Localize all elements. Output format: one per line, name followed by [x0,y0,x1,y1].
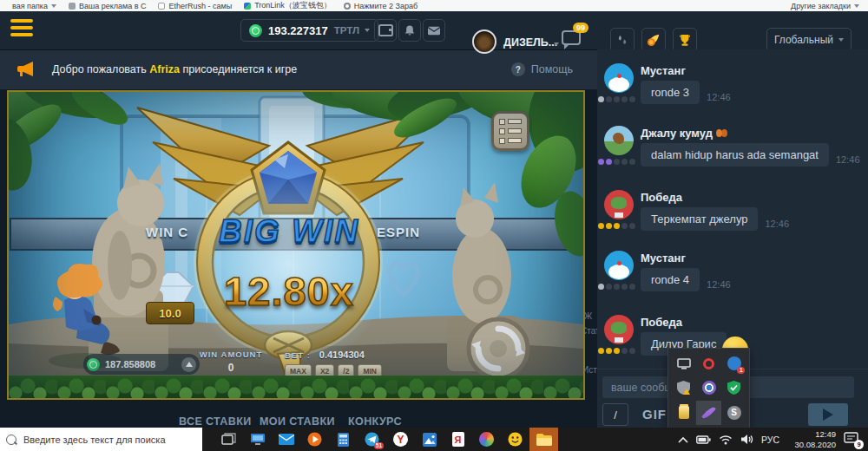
balance-value: 193.227317 [268,24,328,37]
bookmark-label: вая папка [12,2,48,10]
tray-skype-app[interactable]: S [721,401,746,425]
avatar[interactable] [604,126,634,155]
gif-button[interactable]: GIF [642,407,667,422]
taskbar-media-app[interactable] [300,428,329,451]
chat-username: Мустанг [641,64,686,77]
tray-opera-app[interactable] [696,351,721,376]
bookmark-item[interactable]: TronLink（波宝钱包） [244,0,332,11]
bookmark-favicon [69,3,76,10]
tray-antivirus-app[interactable] [721,376,746,400]
chat-channel-select[interactable]: Глобальный [766,28,852,52]
tray-feather-app[interactable] [696,401,721,425]
chevron-down-icon [838,38,844,42]
notification-badge: 1 [737,367,745,374]
messages-button[interactable] [423,19,445,42]
balance-selector[interactable]: 193.227317 ТРТЛ [240,19,378,42]
speaker-icon[interactable] [740,434,753,445]
bet-value: 0.4194304 [319,350,365,360]
game-menu-button[interactable] [491,111,529,151]
taskbar-file-explorer-app[interactable] [529,428,558,451]
wifi-icon[interactable] [719,435,733,445]
tray-defender-app[interactable] [671,376,696,400]
bookmark-item[interactable]: Ваша реклама в С [69,2,147,10]
other-bookmarks-button[interactable]: Другие закладки [791,2,859,10]
system-tray: РУС 12:49 30.08.2020 9 [678,428,868,451]
chevron-down-icon [51,4,56,8]
page-text-fragment: Ж [584,311,592,321]
notifications-button[interactable] [398,19,421,42]
bookmark-item[interactable]: EtherRush - самы [158,2,232,10]
task-view-button[interactable] [214,428,243,451]
notification-badge: 9 [854,440,864,449]
bell-icon [404,24,416,36]
chat-username: Победа [641,316,682,329]
help-button[interactable]: ? Помощь [511,62,573,76]
avatar[interactable] [604,63,634,93]
tray-display-app[interactable] [671,351,696,376]
taskbar-search-box[interactable]: Введите здесь текст для поиска [0,428,202,451]
taskbar-mail-app[interactable] [272,428,300,451]
menu-hamburger-button[interactable] [10,19,33,40]
tab-all-bets[interactable]: ВСЕ СТАВКИ [179,415,252,428]
tray-gold-app[interactable] [671,401,696,425]
bookmark-label: Ваша реклама в С [79,2,147,10]
avatar[interactable] [472,29,496,54]
taskbar-clock[interactable]: 12:49 30.08.2020 [787,429,836,450]
bet-label: BET : [285,350,311,360]
taskbar-photos-app[interactable] [415,428,444,451]
username[interactable]: ДИЗЕЛЬ... [503,36,557,49]
user-medals [598,96,635,102]
chat-message-text: ronde 4 [641,268,700,291]
search-placeholder-text: Введите здесь текст для поиска [23,435,166,445]
taskbar-calculator-app[interactable] [329,428,358,451]
send-message-button[interactable] [808,403,848,426]
game-balance-value: 187.858808 [105,359,155,369]
avatar[interactable] [604,190,634,219]
tray-browser-app[interactable]: 1 [721,351,746,376]
taskbar-telegram-app[interactable]: 51 [358,428,386,451]
chat-message-text: dalam hidup harus ada semangat [641,143,829,167]
media-player-icon [702,381,716,395]
keyboard-language[interactable]: РУС [761,435,779,445]
battery-icon[interactable] [696,435,711,444]
bookmark-favicon [158,3,165,10]
bookmark-item[interactable]: вая папка [12,2,56,10]
fireball-events-button[interactable] [641,28,666,52]
bookmark-item[interactable]: Нажмите 2 Зараб [344,2,418,10]
tournament-button[interactable] [673,28,697,52]
taskbar-emoji-app[interactable] [501,428,529,451]
clock-date: 30.08.2020 [787,440,836,450]
tab-my-bets[interactable]: МОИ СТАВКИ [260,415,335,428]
avatar[interactable] [604,251,634,280]
wallet-icon [378,24,393,36]
chat-unread-badge: 99 [573,23,589,33]
taskbar-yandex-browser-app[interactable]: Я [444,428,472,451]
shield-warning-icon [677,381,690,395]
chat-toggle-button[interactable] [562,30,582,48]
wallet-button[interactable] [374,19,397,42]
tab-contest[interactable]: КОНКУРС [348,415,402,428]
big-win-title: BIG WIN [175,213,403,250]
bookmark-label: TronLink（波宝钱包） [254,0,332,11]
yandex-icon: Y [393,432,408,447]
avatar[interactable] [604,315,634,344]
rain-events-button[interactable] [610,28,635,52]
bookmark-label: EtherRush - самы [168,2,232,10]
bookmark-favicon [244,3,251,10]
chevron-up-icon[interactable] [678,436,688,443]
slot-game-frame[interactable]: WIN C ESPIN BIG WIN 12.80x 10.0 187.8588… [7,90,585,400]
taskbar-yandex-app[interactable]: Y [386,428,415,451]
notification-badge: 51 [374,442,384,449]
trophy-icon [678,34,692,47]
tray-media-app[interactable] [696,376,721,400]
taskbar-paint-app[interactable] [472,428,501,451]
win-amount-value: 0 [179,362,283,374]
chat-command-button[interactable]: / [602,403,628,426]
bet-panel: BET : 0.4194304 MAX X2 /2 MIN [285,350,399,378]
action-center-button[interactable]: 9 [844,432,861,448]
chat-message-time: 12:46 [765,219,789,229]
chevron-down-icon [365,29,370,32]
butterfly-emoji [716,129,722,137]
taskbar-pc-app[interactable] [243,428,272,451]
paint-palette-icon [479,432,494,447]
